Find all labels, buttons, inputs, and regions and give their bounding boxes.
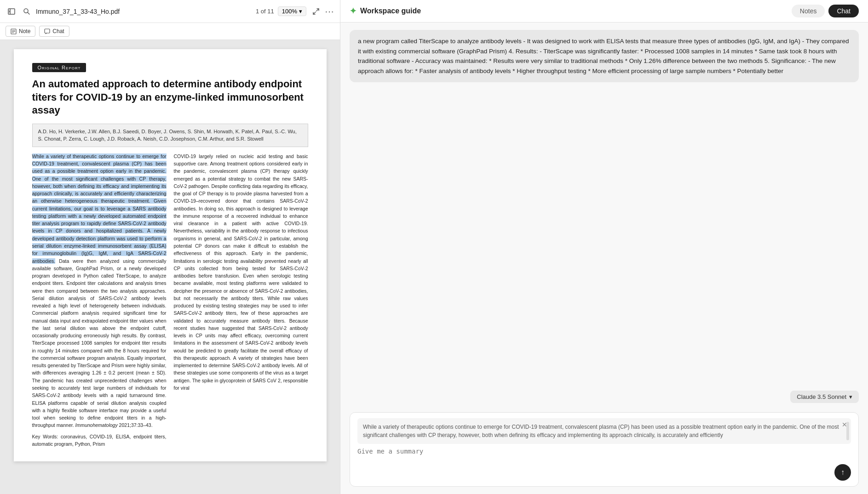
send-button[interactable]: ↑	[834, 464, 851, 481]
note-button-label: Note	[19, 28, 30, 34]
pdf-toolbar: Immuno_37_1_33-43_Ho.pdf 1 of 11 100% ▾ …	[0, 0, 340, 23]
send-icon: ↑	[841, 468, 845, 477]
left-column: While a variety of therapeutic options c…	[32, 153, 167, 448]
more-options-button[interactable]: ⋯	[325, 6, 334, 17]
header-tabs: Notes Chat	[792, 5, 859, 17]
zoom-control[interactable]: 100% ▾	[278, 6, 306, 16]
pdf-page: Original Report An automated approach to…	[14, 49, 327, 461]
chat-inline-button[interactable]: Chat	[39, 26, 69, 37]
page-counter: 1 of 11	[256, 8, 274, 15]
pdf-secondary-toolbar: Note Chat	[0, 23, 340, 40]
model-name-label: Claude 3.5 Sonnet	[797, 393, 846, 400]
pdf-content: Original Report An automated approach to…	[0, 40, 340, 494]
zoom-dropdown-icon: ▾	[299, 8, 302, 15]
authors-box: A.D. Ho, H. Verkerke, J.W. Allen, B.J. S…	[32, 124, 308, 147]
message-text: a new program called TiterScape to analy…	[358, 38, 849, 74]
model-selector-container: Claude 3.5 Sonnet ▾	[340, 387, 868, 407]
collapse-sidebar-button[interactable]	[6, 6, 17, 17]
chat-input-area: While a variety of therapeutic options c…	[340, 407, 868, 494]
toolbar-left: Immuno_37_1_33-43_Ho.pdf	[6, 6, 252, 17]
chat-tab-button[interactable]: Chat	[828, 5, 859, 17]
chat-input-wrapper: While a variety of therapeutic options c…	[350, 412, 859, 487]
chat-inline-button-label: Chat	[52, 28, 64, 34]
expand-button[interactable]	[310, 6, 322, 17]
svg-rect-10	[45, 29, 50, 33]
chat-text-input[interactable]	[357, 448, 851, 459]
paper-columns: While a variety of therapeutic options c…	[32, 153, 308, 448]
notes-tab-button[interactable]: Notes	[792, 5, 825, 17]
spark-icon: ✦	[350, 6, 356, 16]
workspace-guide-button[interactable]: ✦ Workspace guide	[350, 6, 786, 16]
toolbar-right: 100% ▾ ⋯	[278, 6, 334, 17]
chat-input-footer: ↑	[357, 464, 851, 481]
svg-line-3	[28, 12, 29, 14]
note-button[interactable]: Note	[6, 26, 35, 37]
svg-rect-0	[8, 9, 15, 14]
authors-text: A.D. Ho, H. Verkerke, J.W. Allen, B.J. S…	[38, 129, 297, 142]
search-button[interactable]	[21, 6, 32, 17]
original-report-badge: Original Report	[32, 63, 86, 72]
model-selector-button[interactable]: Claude 3.5 Sonnet ▾	[790, 391, 859, 403]
chat-panel: ✦ Workspace guide Notes Chat a new progr…	[340, 0, 868, 494]
quoted-text-content: While a variety of therapeutic options c…	[363, 424, 839, 438]
right-column: COVID-19 largely relied on nucleic acid …	[174, 153, 308, 448]
pdf-panel: Immuno_37_1_33-43_Ho.pdf 1 of 11 100% ▾ …	[0, 0, 340, 494]
chat-header: ✦ Workspace guide Notes Chat	[340, 0, 868, 23]
pdf-filename: Immuno_37_1_33-43_Ho.pdf	[36, 8, 120, 15]
message-bubble: a new program called TiterScape to analy…	[350, 30, 859, 82]
paper-title: An automated approach to determine antib…	[32, 78, 308, 117]
workspace-guide-label: Workspace guide	[360, 7, 421, 15]
toolbar-center: 1 of 11	[256, 8, 274, 15]
quoted-text-block: While a variety of therapeutic options c…	[357, 418, 851, 444]
quoted-scrollbar	[846, 422, 849, 440]
model-dropdown-arrow-icon: ▾	[849, 393, 852, 400]
zoom-level: 100%	[282, 8, 297, 15]
keywords: Key Words: coronavirus, COVID-19, ELISA,…	[32, 433, 167, 448]
chat-messages: a new program called TiterScape to analy…	[340, 23, 868, 387]
